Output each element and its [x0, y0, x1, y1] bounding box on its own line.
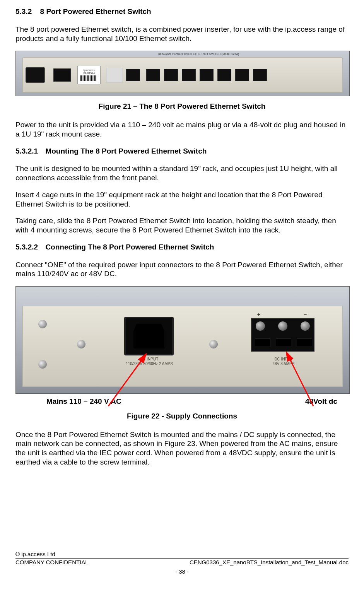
terminal-slot-icon: [297, 338, 312, 347]
dc-terminal-block-icon: [251, 318, 314, 352]
callout-mains-ac: Mains 110 – 240 V AC: [46, 397, 121, 406]
terminal-slot-icon: [255, 338, 270, 347]
page-footer: © ip.access Ltd COMPANY CONFIDENTIAL CEN…: [15, 550, 349, 576]
uplink-port-icon: [126, 69, 140, 81]
sticker-brand: ip access: [84, 69, 95, 72]
barcode-icon: [80, 75, 97, 81]
figure-22-image: AC INPUT 110/230V 50/60Hz 2 AMPS + – DC …: [15, 286, 350, 394]
heading-title: 8 Port Powered Ethernet Switch: [40, 7, 151, 15]
figure-21-caption: Figure 21 – The 8 Port Powered Ethernet …: [15, 102, 349, 111]
paragraph: Insert 4 cage nuts in the 19" equipment …: [15, 190, 349, 209]
rj45-port-icon: [182, 69, 196, 81]
rj45-port-icon: [146, 69, 160, 81]
terminal-slot-icon: [276, 338, 291, 347]
figure-22-caption: Figure 22 - Supply Connections: [15, 412, 349, 421]
paragraph: The 8 port powered Ethernet switch, is a…: [15, 25, 349, 43]
rj45-port-icon: [217, 69, 231, 81]
heading-number: 5.3.2.2: [15, 243, 38, 252]
asset-sticker: ip access FA 01544: [77, 66, 101, 84]
paragraph: Power to the unit is provided via a 110 …: [15, 120, 349, 139]
heading-5-3-2-2: 5.3.2.2 Connecting The 8 Port Powered Et…: [15, 243, 349, 252]
terminal-screw-icon: [301, 321, 310, 331]
rj45-port-icon: [200, 69, 214, 81]
footer-docname: CENG0336_XE_nanoBTS_Installation_and_Tes…: [190, 559, 349, 566]
paragraph: The unit is designed to be mounted withi…: [15, 164, 349, 183]
ac-input-label: AC INPUT 110/230V 50/60Hz 2 AMPS: [116, 357, 182, 366]
mount-screw-icon: [38, 320, 47, 328]
callout-48v-dc: 48Volt dc: [305, 397, 337, 406]
dc-input-label: DC INPUT 48V 3 AMPS: [253, 357, 314, 366]
ac-iec-socket-icon: [26, 67, 45, 83]
dc-input-label-line1: DC INPUT: [253, 357, 314, 362]
heading-5-3-2-1: 5.3.2.1 Mounting The 8 Port Powered Ethe…: [15, 147, 349, 156]
led-status-panel-icon: [106, 68, 123, 82]
mount-screw-icon: [209, 340, 218, 348]
dc-terminal-icon: [53, 68, 71, 82]
document-page: 5.3.2 8 Port Powered Ethernet Switch The…: [0, 0, 364, 591]
polarity-minus: –: [304, 311, 307, 318]
heading-title: Connecting The 8 Port Powered Ethernet S…: [45, 243, 214, 251]
footer-confidential: COMPANY CONFIDENTIAL: [15, 559, 89, 566]
rj45-port-icon: [253, 69, 267, 81]
mount-screw-icon: [77, 340, 85, 348]
heading-number: 5.3.2: [15, 7, 32, 16]
dc-input-label-line2: 48V 3 AMPS: [253, 362, 314, 366]
rj45-port-icon: [235, 69, 249, 81]
device-top-label: nanoGSM POWER OVER ETHERNET SWITCH (Mode…: [158, 53, 239, 56]
ac-input-label-line2: 110/230V 50/60Hz 2 AMPS: [116, 362, 182, 366]
footer-page-number: - 38 -: [15, 568, 349, 576]
polarity-plus: +: [257, 311, 260, 318]
bts-port-group: [146, 69, 267, 81]
mount-screw-icon: [38, 360, 47, 369]
figure-21-image: nanoGSM POWER OVER ETHERNET SWITCH (Mode…: [15, 51, 350, 96]
ac-iec-socket-icon: [124, 317, 174, 355]
footer-copyright: © ip.access Ltd: [15, 550, 349, 558]
heading-number: 5.3.2.1: [15, 147, 38, 156]
paragraph: Once the 8 Port Powered Ethernet Switch …: [15, 430, 349, 467]
terminal-screw-icon: [278, 321, 287, 331]
heading-title: Mounting The 8 Port Powered Ethernet Swi…: [45, 147, 207, 155]
sticker-id: FA 01544: [83, 72, 95, 75]
heading-5-3-2: 5.3.2 8 Port Powered Ethernet Switch: [15, 7, 349, 16]
figure-22-callouts: Mains 110 – 240 V AC 48Volt dc: [15, 397, 349, 406]
terminal-screw-icon: [256, 321, 265, 331]
ac-input-label-line1: AC INPUT: [116, 357, 182, 362]
paragraph: Taking care, slide the 8 Port Powered Et…: [15, 216, 349, 235]
rj45-port-icon: [164, 69, 178, 81]
switch-faceplate: ip access FA 01544: [22, 57, 343, 92]
paragraph: Connect "ONE" of the required power inpu…: [15, 260, 349, 279]
figure-22-wrap: AC INPUT 110/230V 50/60Hz 2 AMPS + – DC …: [15, 286, 349, 394]
